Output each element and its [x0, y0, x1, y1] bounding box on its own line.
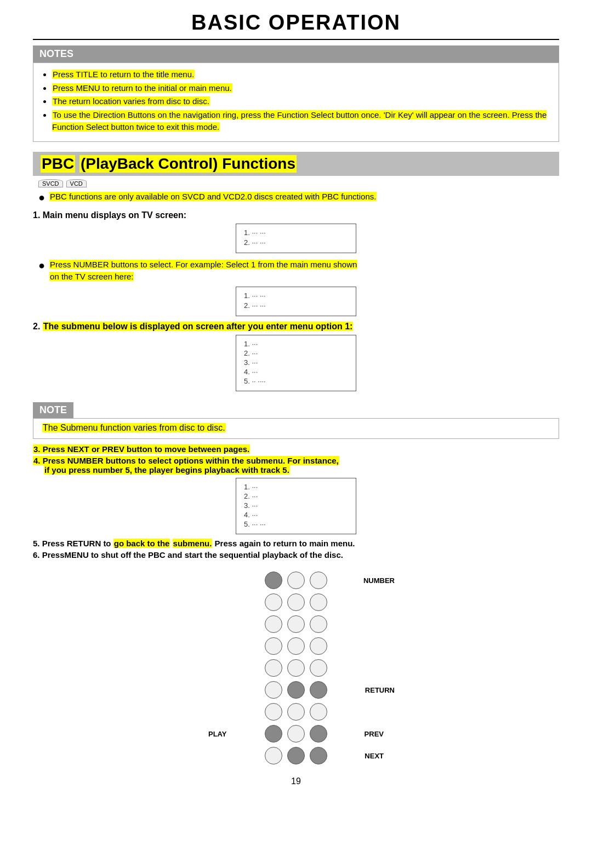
- note-label: NOTE: [33, 402, 73, 418]
- return-label: RETURN: [365, 686, 395, 694]
- step-4-part2: if you press number 5, the player begins…: [44, 465, 290, 475]
- step4-menu-item-2: 2. ···: [244, 492, 348, 500]
- step4-menu-item-1: 1. ···: [244, 483, 348, 491]
- menu-item-2-1: 1. ··· ···: [244, 292, 348, 300]
- press-number-text: Press NUMBER buttons to select. For exam…: [49, 259, 357, 283]
- pbc-note-line: ● PBC functions are only available on SV…: [38, 191, 559, 204]
- svcd-label: SVCD: [38, 179, 63, 187]
- remote-btn-2-2: [287, 593, 305, 611]
- remote-btn-6-2: [287, 681, 305, 699]
- prev-label: PREV: [365, 729, 384, 738]
- main-menu-display-2: 1. ··· ··· 2. ··· ···: [236, 287, 356, 316]
- number-label: NUMBER: [363, 576, 395, 584]
- submenu-item-1: 1. ···: [244, 340, 348, 348]
- remote-btn-top-2: [287, 572, 305, 589]
- remote-btn-7-1: [265, 703, 282, 721]
- remote-btn-5-2: [287, 659, 305, 677]
- pbc-note-text: PBC functions are only available on SVCD…: [49, 191, 377, 203]
- step4-menu-display: 1. ··· 2. ··· 3. ··· 4. ··· 5. ··· ···: [236, 478, 356, 534]
- remote-btn-8-3: [310, 725, 327, 743]
- remote-btn-8-1: [265, 725, 282, 743]
- note-text: The Submenu function varies from disc to…: [42, 423, 226, 432]
- section-2-title: 2. The submenu below is displayed on scr…: [33, 322, 559, 332]
- remote-btn-4-3: [310, 637, 327, 655]
- remote-btn-9-2: [287, 747, 305, 764]
- page-title: BASIC OPERATION: [33, 11, 559, 40]
- pbc-section-header: PBC (PlayBack Control) Functions: [33, 152, 559, 176]
- remote-btn-6-1: [265, 681, 282, 699]
- section-2: 2. The submenu below is displayed on scr…: [33, 322, 559, 391]
- main-menu-display-1: 1. ··· ··· 2. ··· ···: [236, 224, 356, 253]
- remote-btn-top-3: [310, 572, 327, 589]
- remote-btn-top-1: [265, 572, 282, 589]
- step4-menu-item-3: 3. ···: [244, 501, 348, 510]
- step4-menu-item-4: 4. ···: [244, 511, 348, 519]
- press-number-line: ● Press NUMBER buttons to select. For ex…: [38, 259, 559, 283]
- play-label: PLAY: [208, 729, 226, 738]
- step4-menu-item-5: 5. ··· ···: [244, 520, 348, 528]
- remote-btn-3-3: [310, 615, 327, 633]
- step-3: 3. Press NEXT or PREV button to move bet…: [33, 444, 559, 454]
- submenu-display: 1. ··· 2. ··· 3. ··· 4. ··· 5. ·· ····: [236, 335, 356, 391]
- pbc-title-part2: (PlayBack Control) Functions: [79, 155, 297, 173]
- menu-item-2-2: 2. ··· ···: [244, 301, 348, 310]
- remote-btn-4-1: [265, 637, 282, 655]
- note-item-2: Press MENU to return to the initial or m…: [52, 82, 550, 95]
- remote-btn-4-2: [287, 637, 305, 655]
- remote-btn-7-2: [287, 703, 305, 721]
- note-item-1: Press TITLE to return to the title menu.: [52, 68, 550, 81]
- page-number: 19: [33, 776, 559, 786]
- menu-item-1: 1. ··· ···: [244, 229, 348, 237]
- remote-btn-7-3: [310, 703, 327, 721]
- remote-btn-5-1: [265, 659, 282, 677]
- note-item-4: To use the Direction Buttons on the navi…: [52, 109, 550, 134]
- pbc-title-part1: PBC: [41, 155, 75, 173]
- remote-btn-5-3: [310, 659, 327, 677]
- remote-btn-6-3: [310, 681, 327, 699]
- section-1-title: 1. Main menu displays on TV screen:: [33, 210, 559, 220]
- submenu-item-3: 3. ···: [244, 358, 348, 367]
- disc-type-labels: SVCD VCD: [38, 179, 559, 187]
- bullet-dot: ●: [38, 191, 45, 204]
- vcd-label: VCD: [66, 179, 87, 187]
- remote-btn-8-2: [287, 725, 305, 743]
- notes-header: NOTES: [33, 45, 559, 62]
- notes-section: Press TITLE to return to the title menu.…: [33, 62, 559, 142]
- remote-btn-9-1: [265, 747, 282, 764]
- submenu-item-2: 2. ···: [244, 349, 348, 357]
- remote-btn-3-1: [265, 615, 282, 633]
- bullet-dot-2: ●: [38, 259, 45, 272]
- note-item-3: The return location varies from disc to …: [52, 95, 550, 108]
- remote-btn-2-1: [265, 593, 282, 611]
- step-4: 4. Press NUMBER buttons to select option…: [33, 456, 559, 475]
- section-1: 1. Main menu displays on TV screen: 1. ·…: [33, 210, 559, 253]
- submenu-item-5: 5. ·· ····: [244, 377, 348, 385]
- menu-item-2: 2. ··· ···: [244, 238, 348, 247]
- remote-btn-2-3: [310, 593, 327, 611]
- note-section: The Submenu function varies from disc to…: [33, 418, 559, 439]
- remote-diagram: NUMBER RETURN: [181, 570, 411, 766]
- remote-btn-3-2: [287, 615, 305, 633]
- next-label: NEXT: [365, 751, 384, 760]
- remote-btn-9-3: [310, 747, 327, 764]
- step-5: 5. Press RETURN to go back to the submen…: [33, 539, 559, 548]
- step-6: 6. PressMENU to shut off the PBC and sta…: [33, 550, 559, 559]
- submenu-item-4: 4. ···: [244, 368, 348, 376]
